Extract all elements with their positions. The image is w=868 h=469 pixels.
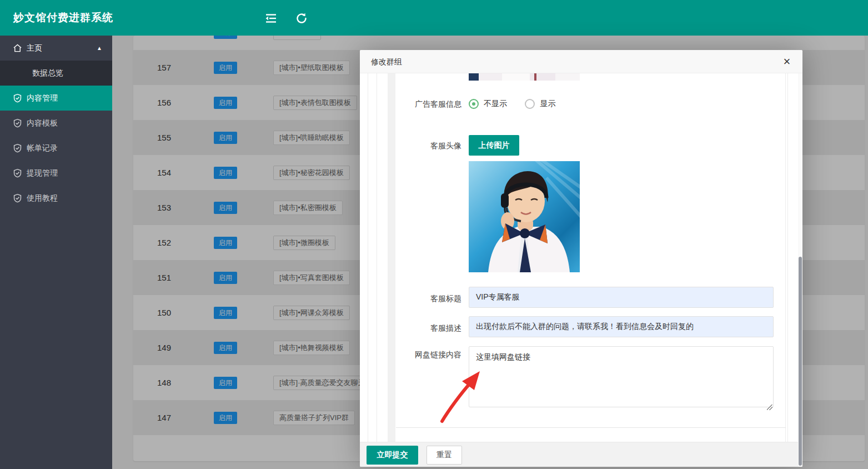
sidebar-item-withdraw-manage[interactable]: 提现管理 [0,161,112,186]
netdisk-textarea[interactable]: 这里填网盘链接 [469,346,774,407]
app-title: 妙文馆付费进群系统 [13,0,113,36]
textarea-resize-handle[interactable] [767,405,772,410]
inner-scroll-gutter [388,73,395,442]
sidebar-item-label: 数据总览 [32,68,63,77]
avatar-label: 客服头像 [409,139,461,152]
sidebar-item-home[interactable]: 主页 ▲ [0,36,112,61]
sidebar-item-content-manage[interactable]: 内容管理 [0,86,112,111]
modal-scrollbar-thumb[interactable] [799,257,802,466]
modal-header: 修改群组 × [360,50,802,73]
sidebar-item-label: 内容管理 [27,93,58,102]
reset-button[interactable]: 重置 [427,446,462,465]
shield-check-icon [13,193,22,203]
shield-check-icon [13,118,22,128]
ad-service-radio-group: 不显示 显示 [469,99,571,111]
close-icon[interactable]: × [780,55,794,68]
customer-service-photo [469,161,580,272]
collapse-menu-icon[interactable] [265,12,277,24]
edit-group-modal: 修改群组 × 广告客服信息 不显示 显示 [360,50,802,467]
sidebar-item-label: 内容模板 [27,118,58,127]
sidebar-item-content-template[interactable]: 内容模板 [0,111,112,136]
service-desc-label: 客服描述 [409,322,461,334]
panel-edge [787,73,788,442]
panel-edge [785,73,786,442]
sidebar-item-label: 主页 [27,43,42,52]
modal-scrollbar-track[interactable] [798,73,802,467]
service-title-input[interactable] [469,287,774,308]
radio-selected-icon [469,99,479,109]
sidebar-item-data-overview[interactable]: 数据总览 [0,61,112,86]
modal-footer: 立即提交 重置 [360,442,802,467]
sidebar-item-bill-records[interactable]: 帐单记录 [0,136,112,161]
upload-image-button[interactable]: 上传图片 [469,135,519,156]
shield-check-icon [13,168,22,178]
radio-hide[interactable]: 不显示 [469,99,507,109]
home-icon [13,43,22,53]
service-desc-input[interactable] [469,316,774,337]
ad-service-label: 广告客服信息 [409,98,461,110]
sidebar-item-label: 使用教程 [27,193,58,202]
shield-check-icon [13,93,22,103]
modal-title: 修改群组 [371,50,402,73]
sidebar-item-tutorial[interactable]: 使用教程 [0,186,112,211]
panel-edge [368,73,368,442]
top-header-bar: 妙文馆付费进群系统 [0,0,868,36]
sidebar-nav: 主页 ▲ 数据总览 内容管理 内容模板 [0,36,112,469]
refresh-icon[interactable] [295,12,308,24]
panel-edge [377,73,377,442]
submit-button[interactable]: 立即提交 [367,446,418,465]
modal-body: 广告客服信息 不显示 显示 客服头像 上传图片 [360,73,802,442]
sidebar-item-label: 帐单记录 [27,143,58,152]
form-panel-bottom-border [396,427,786,428]
app-window: 妙文馆付费进群系统 主页 ▲ 数据总览 [0,0,868,469]
chevron-up-icon: ▲ [97,36,102,61]
radio-unselected-icon [525,99,535,109]
scrolled-photo-sliver [469,73,580,81]
shield-check-icon [13,143,22,153]
service-title-label: 客服标题 [409,292,461,305]
sidebar-item-label: 提现管理 [27,168,58,177]
netdisk-label: 网盘链接内容 [409,348,461,361]
radio-show[interactable]: 显示 [525,99,555,109]
